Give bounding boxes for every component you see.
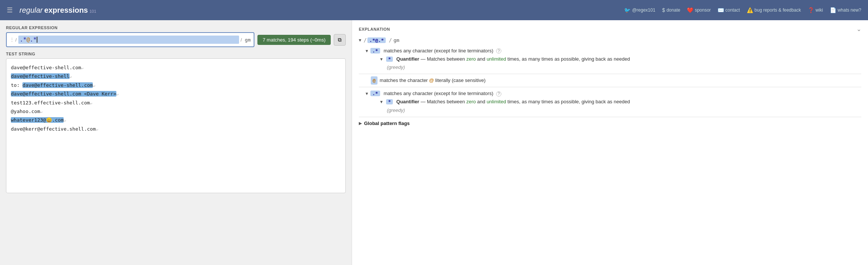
exp-desc-dot-star-1: matches any character (except for line t…: [383, 48, 493, 54]
regex-delimiter-left: ⋮ /: [10, 37, 17, 43]
nav-bug-label: bug reports & feedback: [755, 7, 801, 13]
twitter-icon: 🐦: [624, 7, 630, 13]
exp-desc-at: matches the character @ literally (case …: [380, 76, 486, 85]
exp-sub-1: ▼ * Quantifier — Matches between zero an…: [379, 55, 630, 71]
nav-donate-label: donate: [666, 7, 680, 13]
exp-toggle-1[interactable]: ▼: [365, 48, 369, 55]
help-icon-2[interactable]: ?: [496, 91, 501, 97]
regex-flags: gm: [242, 37, 251, 43]
explanation-tree: ▼ .* matches any character (except for l…: [359, 47, 861, 128]
test-line: dave@effective-shell.com <Dave Kerr>↵: [11, 89, 341, 98]
nav-sponsor[interactable]: ❤️sponsor: [687, 7, 711, 13]
return-char: ↵: [70, 74, 72, 79]
regex-cursor: [37, 37, 37, 43]
exp-toggle-2[interactable]: ▼: [365, 90, 369, 97]
nav-bug[interactable]: ⚠️bug reports & feedback: [747, 7, 801, 13]
exp-pattern-dot-star-2: .*: [370, 91, 380, 96]
regex-row: ⋮ / .*@.* / gm 7 matches, 194 steps (~0m…: [6, 32, 346, 47]
test-line: test123.effective-shell.com↵: [11, 98, 341, 107]
bug-icon: ⚠️: [747, 7, 753, 13]
test-string-section: TEST STRING dave@effective-shell.com↵dav…: [6, 52, 346, 193]
test-line: @yahoo.com↵: [11, 107, 341, 116]
nav-contact-label: contact: [725, 7, 740, 13]
slash-left: /: [15, 37, 17, 43]
global-flags-label: Global pattern flags: [364, 119, 410, 128]
nav-contact[interactable]: ✉️contact: [718, 7, 740, 13]
regex-at: @: [27, 36, 30, 43]
exp-sub-desc-1: — Matches between zero and unlimited tim…: [421, 56, 630, 62]
exp-sub-quantifier-label-2: Quantifier: [396, 99, 419, 104]
test-line: dave@effective-shell↵: [11, 72, 341, 80]
drag-handle-icon: ⋮: [10, 37, 14, 42]
slash-left-exp: /: [364, 37, 367, 43]
nav-donate[interactable]: $donate: [662, 7, 681, 13]
regex-section: REGULAR EXPRESSION ⋮ / .*@.* / gm 7 matc…: [6, 25, 346, 47]
match-result: 7 matches, 194 steps (~0ms): [257, 35, 331, 45]
exp-sub-pattern-2: *: [386, 99, 392, 104]
logo: regular expressions 101: [19, 6, 96, 15]
exp-sub-toggle-2[interactable]: ▼: [379, 100, 383, 104]
test-string-box[interactable]: dave@effective-shell.com↵dave@effective-…: [6, 58, 346, 193]
exp-pattern-at: @: [371, 76, 378, 85]
menu-icon[interactable]: ☰: [7, 6, 13, 14]
exp-item-at: @ matches the character @ literally (cas…: [359, 76, 861, 85]
donate-icon: $: [662, 7, 665, 13]
right-panel: EXPLANATION ⌄ ▼ / .*@.* / gm ▼ .* matche…: [352, 20, 868, 265]
nav-whatsnew[interactable]: 📄whats new?: [830, 7, 861, 13]
return-char: ↵: [93, 83, 95, 88]
exp-item-dot-star-1: ▼ .* matches any character (except for l…: [359, 47, 861, 71]
global-flags-toggle[interactable]: ▶: [359, 120, 362, 127]
exp-sub-toggle-1[interactable]: ▼: [379, 57, 383, 61]
logo-expressions: expressions: [44, 6, 88, 15]
regex-dot-star-1: .*: [20, 36, 27, 43]
test-line: dave@effective-shell.com↵: [11, 63, 341, 72]
exp-item-dot-star-2: ▼ .* matches any character (except for l…: [359, 89, 861, 114]
test-line: dave@kerr@effective.shell.com↵: [11, 125, 341, 133]
nav-wiki-label: wiki: [816, 7, 823, 13]
contact-icon: ✉️: [718, 7, 724, 13]
nav-twitter-label: @regex101: [632, 7, 655, 13]
exp-tree-toggle-root[interactable]: ▼: [359, 38, 361, 43]
explanation-header: EXPLANATION ⌄: [359, 25, 861, 33]
header: ☰ regular expressions 101 🐦@regex101 $do…: [0, 0, 868, 20]
nav-whatsnew-label: whats new?: [838, 7, 861, 13]
test-line: whatever123@😀.com↵: [11, 116, 341, 124]
test-string-label: TEST STRING: [6, 52, 346, 56]
exp-pattern-dot-star-1: .*: [370, 48, 380, 54]
wiki-icon: ❓: [808, 7, 814, 13]
test-line: to: dave@effective-shell.com↵: [11, 81, 341, 89]
exp-desc-dot-star-2: matches any character (except for line t…: [383, 91, 493, 96]
exp-global-flags: ▶ Global pattern flags: [359, 119, 861, 128]
slash-right-exp: /: [389, 37, 392, 43]
collapse-button[interactable]: ⌄: [856, 25, 861, 33]
exp-flags: gm: [394, 37, 400, 43]
nav-wiki[interactable]: ❓wiki: [808, 7, 823, 13]
explanation-pattern-header: ▼ / .*@.* / gm: [359, 37, 861, 43]
sponsor-icon: ❤️: [687, 7, 693, 13]
whatsnew-icon: 📄: [830, 7, 836, 13]
exp-sub-desc-2: — Matches between zero and unlimited tim…: [421, 99, 630, 104]
left-panel: REGULAR EXPRESSION ⋮ / .*@.* / gm 7 matc…: [0, 20, 352, 265]
exp-greedy-2: (greedy): [379, 106, 630, 115]
return-char: ↵: [116, 92, 119, 96]
return-char: ↵: [81, 66, 83, 70]
logo-regular: regular: [19, 6, 43, 15]
header-nav: 🐦@regex101 $donate ❤️sponsor ✉️contact ⚠…: [624, 7, 861, 13]
nav-sponsor-label: sponsor: [695, 7, 711, 13]
return-char: ↵: [96, 127, 98, 131]
regex-pattern-display[interactable]: .*@.*: [18, 36, 239, 44]
return-char: ↵: [40, 110, 42, 114]
help-icon-1[interactable]: ?: [496, 48, 501, 54]
return-char: ↵: [64, 118, 66, 122]
regex-label: REGULAR EXPRESSION: [6, 25, 346, 30]
exp-greedy-1: (greedy): [379, 63, 630, 71]
main-container: REGULAR EXPRESSION ⋮ / .*@.* / gm 7 matc…: [0, 20, 868, 265]
regex-input-wrapper[interactable]: ⋮ / .*@.* / gm: [6, 32, 254, 47]
regex-dot-star-2: .*: [30, 36, 37, 43]
exp-sub-pattern-1: *: [386, 57, 392, 62]
exp-full-pattern: .*@.*: [367, 37, 386, 43]
copy-button[interactable]: ⧉: [334, 34, 346, 46]
exp-sub-2: ▼ * Quantifier — Matches between zero an…: [379, 98, 630, 114]
nav-twitter[interactable]: 🐦@regex101: [624, 7, 655, 13]
exp-sub-quantifier-label-1: Quantifier: [396, 56, 419, 62]
